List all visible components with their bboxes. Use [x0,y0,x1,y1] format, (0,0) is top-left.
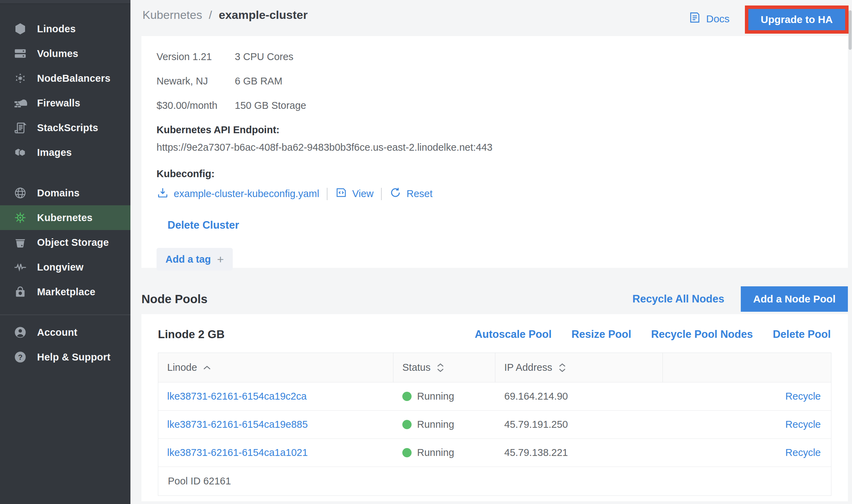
add-node-pool-button[interactable]: Add a Node Pool [741,286,848,312]
linode-node-link[interactable]: lke38731-62161-6154ca19c2ca [167,391,307,402]
recycle-node-link[interactable]: Recycle [785,419,821,430]
sidebar: Linodes Volumes NodeBalancers [0,0,130,504]
resize-pool-link[interactable]: Resize Pool [572,328,631,341]
node-pools-header: Node Pools Recycle All Nodes Add a Node … [141,286,848,312]
column-header-status[interactable]: Status [393,353,495,382]
longview-icon [13,260,27,274]
breadcrumb-current: example-cluster [219,8,308,21]
recycle-node-link[interactable]: Recycle [785,447,821,458]
add-tag-button[interactable]: Add a tag + [157,248,233,271]
sidebar-item-domains[interactable]: Domains [0,181,130,205]
plus-icon: + [217,253,224,265]
ip-address: 45.79.138.221 [504,447,568,458]
cluster-region: Newark, NJ [157,76,235,87]
marketplace-icon [13,285,27,299]
kubeconfig-view-link[interactable]: View [335,186,373,201]
table-row: lke38731-62161-6154ca19e885 Running 45.7… [158,410,831,438]
kubernetes-icon [13,210,27,225]
view-label: View [352,188,373,199]
kubeconfig-filename: example-cluster-kubeconfig.yaml [174,188,319,199]
sidebar-item-label: StackScripts [37,122,98,134]
pool-id-label: Pool ID 62161 [168,476,231,487]
sidebar-group-services: Domains Kubernetes Object Storage [0,165,130,304]
recycle-all-nodes-link[interactable]: Recycle All Nodes [632,293,724,305]
docs-link[interactable]: Docs [688,11,729,26]
autoscale-pool-link[interactable]: Autoscale Pool [475,328,552,341]
column-header-label: Linode [167,362,197,373]
images-icon [13,145,27,160]
table-header-row: Linode Status IP Address [158,353,831,382]
sidebar-item-object-storage[interactable]: Object Storage [0,230,130,255]
reset-label: Reset [406,188,433,199]
domains-icon [13,186,27,200]
code-file-icon [335,186,347,201]
stackscripts-icon [13,121,27,135]
page-scrollbar[interactable] [849,10,852,50]
status-label: Running [417,391,454,402]
sidebar-item-label: Kubernetes [37,212,93,224]
sidebar-item-label: Object Storage [37,237,109,248]
cluster-version: Version 1.21 [157,51,235,62]
kubeconfig-reset-link[interactable]: Reset [389,186,433,201]
svg-text:?: ? [18,353,22,362]
sidebar-item-kubernetes[interactable]: Kubernetes [0,205,130,230]
column-header-ip-address[interactable]: IP Address [495,353,663,382]
linode-node-link[interactable]: lke38731-62161-6154ca19e885 [167,419,308,430]
pool-card-header: Linode 2 GB Autoscale Pool Resize Pool R… [141,314,848,353]
status-running-dot [402,448,412,457]
column-header-linode[interactable]: Linode [158,353,393,382]
sidebar-item-help-support[interactable]: ? Help & Support [0,345,130,369]
upgrade-to-ha-button[interactable]: Upgrade to HA [748,9,845,30]
sidebar-item-longview[interactable]: Longview [0,255,130,279]
kubeconfig-label: Kubeconfig: [157,168,848,180]
cluster-ram: 6 GB RAM [235,76,283,87]
ip-address: 69.164.214.90 [504,391,568,402]
sidebar-item-linodes[interactable]: Linodes [0,16,130,41]
help-icon: ? [13,350,27,364]
sidebar-item-account[interactable]: Account [0,320,130,345]
status-label: Running [417,419,454,430]
column-header-actions [663,353,831,382]
node-pools-title: Node Pools [141,292,208,306]
kubeconfig-download-link[interactable]: example-cluster-kubeconfig.yaml [157,186,319,201]
firewalls-icon [13,96,27,110]
breadcrumb: Kubernetes / example-cluster [142,8,308,22]
sidebar-item-volumes[interactable]: Volumes [0,41,130,66]
spec-row: Newark, NJ 6 GB RAM [157,76,848,87]
sidebar-item-images[interactable]: Images [0,140,130,165]
sidebar-top-strip [0,0,130,4]
delete-pool-link[interactable]: Delete Pool [773,328,831,341]
sidebar-item-label: Longview [37,262,83,273]
sidebar-group-compute: Linodes Volumes NodeBalancers [0,4,130,165]
column-header-label: IP Address [504,362,552,373]
sidebar-item-label: Marketplace [37,286,95,298]
docs-icon [688,11,701,26]
sidebar-item-nodebalancers[interactable]: NodeBalancers [0,66,130,91]
sidebar-item-stackscripts[interactable]: StackScripts [0,115,130,140]
sidebar-item-label: Help & Support [37,352,111,363]
sidebar-item-marketplace[interactable]: Marketplace [0,279,130,304]
table-row: lke38731-62161-6154ca19c2ca Running 69.1… [158,382,831,410]
table-row: lke38731-62161-6154ca1a1021 Running 45.7… [158,438,831,467]
sidebar-item-label: Images [37,147,72,158]
ip-address: 45.79.191.250 [504,419,568,430]
api-endpoint-url: https://9e2a7307-b6ac-408f-ba62-9483b0b3… [157,142,848,153]
status-label: Running [417,447,454,458]
nodebalancers-icon [13,71,27,85]
docs-label: Docs [706,13,729,25]
breadcrumb-separator: / [209,8,212,21]
linode-node-link[interactable]: lke38731-62161-6154ca1a1021 [167,447,308,458]
breadcrumb-parent[interactable]: Kubernetes [142,8,202,21]
sidebar-item-label: Account [37,327,77,338]
delete-cluster-link[interactable]: Delete Cluster [168,219,239,231]
node-pool-card: Linode 2 GB Autoscale Pool Resize Pool R… [141,314,848,501]
sidebar-divider [0,314,130,315]
recycle-pool-nodes-link[interactable]: Recycle Pool Nodes [651,328,753,341]
object-storage-icon [13,235,27,250]
status-running-dot [402,392,412,401]
sidebar-item-firewalls[interactable]: Firewalls [0,91,130,115]
status-running-dot [402,420,412,429]
sidebar-item-label: Firewalls [37,98,80,109]
spec-row: $30.00/month 150 GB Storage [157,100,848,111]
recycle-node-link[interactable]: Recycle [785,391,821,402]
